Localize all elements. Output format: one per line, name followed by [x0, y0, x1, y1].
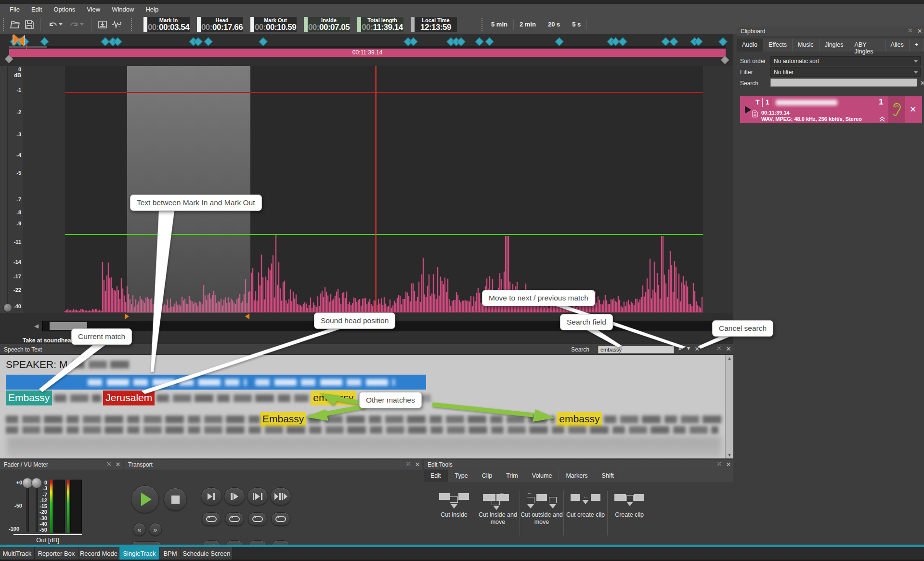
pin-icon[interactable]: ⛌ [715, 345, 723, 352]
vu-scale-label: -30 [39, 515, 47, 521]
take-at-soundhead-label[interactable]: Take at soundhead: [23, 337, 77, 344]
play-button[interactable] [131, 485, 159, 513]
other-match-word[interactable]: embassy [311, 391, 356, 405]
zoom-preset-button[interactable]: 20 s [543, 19, 565, 30]
toolbar-drag-handle[interactable] [482, 18, 483, 31]
open-file-button[interactable] [8, 18, 22, 31]
zoom-preset-button[interactable]: 5 s [567, 19, 586, 30]
toolbar-drag-handle[interactable] [131, 18, 133, 31]
edit-tab-shift[interactable]: Shift [595, 470, 621, 482]
clipboard-tab-jingles[interactable]: Jingles [820, 39, 849, 52]
loop-button-2[interactable] [225, 512, 244, 526]
scroll-up-arrow[interactable]: ▲ [726, 356, 733, 361]
tab-bpm[interactable]: BPM [160, 547, 181, 560]
menu-item-view[interactable]: View [82, 4, 105, 14]
mark-in-flag[interactable] [125, 313, 129, 319]
tool-create-clip[interactable]: Create clip [608, 492, 651, 519]
pin-icon[interactable]: ⛌ [404, 461, 412, 467]
edit-tab-edit[interactable]: Edit [424, 470, 448, 482]
clipboard-tab-music[interactable]: Music [793, 39, 820, 52]
prelisten-column[interactable] [888, 96, 905, 123]
stop-button[interactable] [164, 488, 187, 511]
clipboard-search-input[interactable] [770, 78, 917, 87]
other-match-word[interactable]: Embassy [260, 412, 306, 427]
clipboard-tab-audio[interactable]: Audio [737, 39, 763, 52]
close-icon[interactable]: ✕ [725, 461, 732, 468]
soundhead-word[interactable]: Jerusalem [103, 391, 155, 405]
scroll-down-arrow[interactable]: ▼ [726, 453, 733, 457]
edit-tab-type[interactable]: Type [448, 470, 475, 482]
edit-tab-volume[interactable]: Volume [525, 470, 560, 482]
clipboard-tab-alles[interactable]: Alles [885, 39, 910, 52]
redo-button[interactable] [66, 18, 87, 31]
tab-reporter-box[interactable]: Reporter Box [35, 547, 78, 560]
tab-schedule-screen[interactable]: Schedule Screen [181, 547, 233, 560]
speech-scrollbar[interactable]: ▲ ▼ [725, 355, 733, 458]
tab-record-mode[interactable]: Record Mode [78, 547, 119, 560]
cancel-search-button[interactable]: ✕ [693, 345, 701, 352]
speech-search-input[interactable] [598, 346, 674, 353]
menu-item-file[interactable]: File [5, 4, 25, 14]
undo-button[interactable] [45, 18, 66, 31]
audio-analysis-button[interactable] [110, 18, 124, 31]
play-from-mark-out-button[interactable] [224, 487, 245, 506]
play-selection-button[interactable] [247, 487, 268, 506]
clipboard-tab-effects[interactable]: Effects [763, 39, 793, 52]
loop-button-3[interactable] [248, 512, 267, 526]
timeline-zoom-strip[interactable] [9, 46, 726, 48]
close-icon[interactable]: ✕ [916, 27, 924, 35]
pin-icon[interactable]: ⛌ [105, 461, 113, 467]
other-match-word[interactable]: embassy [557, 412, 602, 427]
pin-icon[interactable]: ⛌ [716, 461, 723, 467]
rewind-button[interactable]: « [133, 523, 146, 536]
tab-singletrack[interactable]: SingleTrack [119, 547, 160, 560]
clipboard-item[interactable]: T 1 1 00:11:39.14 WAV, MPEG; 48.0 kHz, 2… [740, 96, 922, 123]
clipboard-tab-aby-jingles[interactable]: ABY Jingles [849, 39, 885, 52]
filter-select[interactable]: No filter [770, 67, 921, 77]
overview-progress-bar[interactable]: 00:11:39.14 [9, 49, 726, 57]
next-match-button[interactable]: ▼ [685, 345, 692, 351]
ear-prelisten-icon[interactable] [892, 103, 902, 117]
tool-cut-outside-move[interactable]: ← Cut outside and move [521, 492, 563, 526]
menu-item-window[interactable]: Window [107, 4, 139, 14]
zoom-preset-button[interactable]: 2 min [515, 19, 541, 30]
zoom-preset-button[interactable]: 5 min [486, 19, 512, 30]
menu-item-edit[interactable]: Edit [26, 4, 47, 14]
play-icon[interactable] [745, 106, 751, 114]
soundhead-overview-marker[interactable] [12, 33, 26, 47]
toolbar-drag-handle[interactable] [3, 18, 5, 31]
tool-cut-inside[interactable]: Cut inside [433, 492, 475, 519]
import-button[interactable] [95, 18, 110, 31]
clear-search-icon[interactable]: ✕ [919, 79, 924, 87]
save-button[interactable] [22, 18, 37, 31]
sort-order-select[interactable]: No automatic sort [770, 56, 921, 65]
item-close-icon[interactable]: ✕ [910, 104, 916, 115]
close-icon[interactable]: ✕ [414, 461, 421, 468]
tool-cut-inside-move[interactable]: ← Cut inside and move [477, 492, 519, 526]
tab-multitrack[interactable]: MultiTrack [0, 547, 35, 560]
scroll-left-arrow[interactable]: ◀ [34, 323, 39, 329]
mark-in-out-selection[interactable] [127, 66, 250, 313]
play-around-cut-button[interactable] [270, 487, 291, 506]
loop-button-1[interactable] [202, 512, 221, 526]
previous-match-button[interactable]: ▲ [676, 345, 684, 351]
close-icon[interactable]: ✕ [725, 345, 732, 352]
collapse-chevrons-icon[interactable] [879, 117, 885, 122]
undo-dropdown-arrow[interactable] [59, 23, 63, 26]
menu-item-options[interactable]: Options [49, 4, 80, 14]
tool-cut-create-clip[interactable]: ← Cut create clip [564, 492, 607, 519]
fader-track[interactable] [26, 483, 29, 532]
pin-icon[interactable]: ⛌ [906, 27, 914, 34]
edit-tab-trim[interactable]: Trim [499, 470, 525, 482]
play-to-mark-in-button[interactable] [201, 487, 222, 506]
clipboard-tab-add[interactable]: + [910, 39, 924, 52]
forward-button[interactable]: » [149, 523, 162, 536]
level-knob[interactable] [3, 303, 12, 312]
close-icon[interactable]: ✕ [114, 461, 122, 468]
edit-tab-clip[interactable]: Clip [475, 470, 500, 482]
edit-tab-markers[interactable]: Markers [559, 470, 595, 482]
mark-out-flag[interactable] [245, 313, 249, 319]
menu-item-help[interactable]: Help [141, 4, 163, 14]
current-match-word[interactable]: Embassy [6, 391, 52, 405]
loop-button-4[interactable] [271, 512, 290, 526]
